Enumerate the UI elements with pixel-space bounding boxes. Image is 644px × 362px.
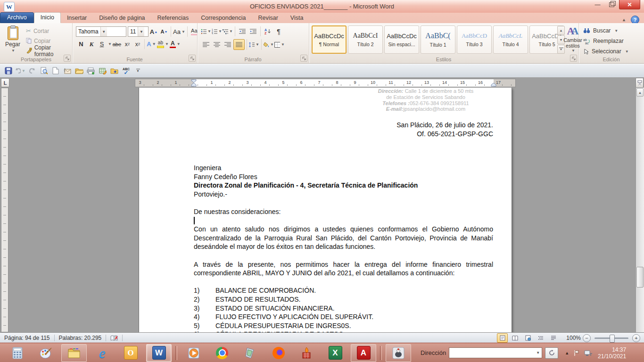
qat-more-icon[interactable]: ▼	[132, 66, 143, 76]
tab-revisar[interactable]: Revisar	[252, 13, 284, 23]
font-size-combo[interactable]: 11 ▼	[128, 26, 149, 37]
horizontal-ruler[interactable]: 3211234567891011121314151617	[135, 79, 516, 87]
taskbar-internet-explorer-icon[interactable]: e	[90, 344, 115, 362]
italic-button[interactable]: K	[86, 39, 97, 49]
left-indent-marker[interactable]	[191, 83, 197, 87]
numbering-button[interactable]: 123▼	[212, 26, 222, 36]
vertical-ruler[interactable]	[1, 88, 8, 332]
address-dropdown-icon[interactable]: ▼	[534, 348, 542, 358]
fuente-dialog-launcher[interactable]	[189, 55, 196, 62]
zoom-in-button[interactable]: +	[632, 334, 640, 342]
right-indent-marker[interactable]	[491, 83, 496, 87]
strikethrough-button[interactable]: abe	[112, 39, 122, 49]
taskbar-autocad-icon[interactable]: A	[351, 344, 376, 362]
parrafo-dialog-launcher[interactable]	[300, 55, 307, 62]
align-left-button[interactable]	[201, 40, 211, 49]
font-color-button[interactable]: A▼	[169, 39, 181, 49]
change-styles-button[interactable]: AA Cambiar estilos ▼	[567, 25, 578, 59]
estilos-dialog-launcher[interactable]	[570, 55, 577, 62]
find-button[interactable]: Buscar▼	[583, 26, 629, 35]
style-sin-espaciado[interactable]: AaBbCcDc Sin espaci...	[384, 25, 419, 54]
increase-indent-button[interactable]	[248, 26, 258, 36]
style-titulo-2[interactable]: AaBbCcI Título 2	[348, 25, 383, 54]
select-button[interactable]: Seleccionar▼	[583, 47, 629, 56]
bold-button[interactable]: N	[76, 39, 86, 49]
text-effects-button[interactable]: A▼	[146, 39, 157, 49]
attachment-mail-icon[interactable]	[62, 66, 73, 76]
undo-icon[interactable]: ▼	[15, 66, 25, 76]
tab-diseno-de-pagina[interactable]: Diseño de página	[93, 13, 151, 23]
paste-button[interactable]: Pegar ▼	[3, 25, 22, 58]
network-icon[interactable]	[584, 350, 592, 356]
vertical-scrollbar[interactable]: ▲	[636, 88, 644, 332]
letter-body[interactable]: Ingeniera Fanny Cedeño Flores Directora …	[194, 164, 493, 332]
print-icon[interactable]	[85, 66, 96, 76]
highlight-button[interactable]: ab▼	[157, 39, 169, 49]
taskbar-clock[interactable]: 14:37 21/10/2021	[598, 346, 629, 360]
new-document-icon[interactable]	[50, 66, 61, 76]
underline-button[interactable]: S	[97, 39, 107, 49]
portapapeles-dialog-launcher[interactable]	[64, 55, 71, 62]
cut-button[interactable]: ✂ Cortar	[25, 26, 72, 35]
collapse-ribbon-icon[interactable]: ▲	[622, 17, 626, 22]
change-case-button[interactable]: Aa▼	[173, 27, 186, 37]
taskbar-calculator-icon[interactable]	[5, 344, 30, 362]
scroll-up-button[interactable]: ▲	[636, 88, 644, 97]
decrease-indent-button[interactable]	[237, 26, 248, 36]
multilevel-list-button[interactable]: ▼	[223, 26, 233, 36]
close-button[interactable]: ✕	[619, 0, 640, 9]
shrink-font-button[interactable]: A▼	[159, 27, 169, 37]
tab-archivo[interactable]: Archivo	[0, 12, 34, 23]
grow-font-button[interactable]: A▲	[149, 27, 159, 37]
view-ruler-toggle-button[interactable]	[636, 78, 644, 88]
taskbar-java-icon[interactable]	[386, 344, 411, 362]
tab-insertar[interactable]: Insertar	[61, 13, 93, 23]
folder-star-icon[interactable]: ★	[109, 66, 120, 76]
tab-stop-selector[interactable]: L	[1, 78, 9, 87]
taskbar-paint-icon[interactable]	[33, 344, 58, 362]
scrollbar-thumb[interactable]	[636, 267, 644, 288]
outline-view-button[interactable]	[535, 333, 546, 343]
address-input[interactable]: ▼	[449, 347, 542, 358]
taskbar-nero-icon[interactable]	[294, 344, 320, 362]
align-right-button[interactable]	[223, 40, 233, 49]
taskbar-word-icon[interactable]: W	[146, 344, 172, 362]
style-titulo-4[interactable]: AaBbCcL Título 4	[493, 25, 528, 54]
tab-vista[interactable]: Vista	[284, 13, 310, 23]
shading-button[interactable]: ▼	[264, 40, 274, 49]
underline-dropdown-icon[interactable]: ▼	[108, 42, 112, 46]
replace-button[interactable]: abac Reemplazar	[583, 36, 629, 46]
tab-correspondencia[interactable]: Correspondencia	[195, 13, 252, 23]
tab-inicio[interactable]: Inicio	[34, 12, 61, 23]
subscript-button[interactable]: x2	[122, 39, 132, 49]
minimize-button[interactable]: —	[591, 0, 604, 9]
redo-icon[interactable]	[26, 66, 37, 76]
show-paragraph-marks-button[interactable]: ¶	[273, 26, 284, 36]
format-painter-button[interactable]: Copiar formato	[25, 46, 72, 55]
first-line-indent-marker[interactable]	[191, 79, 197, 83]
address-go-refresh-button[interactable]	[545, 347, 558, 359]
taskbar-file-explorer-icon[interactable]	[61, 344, 87, 362]
print-layout-view-button[interactable]	[497, 333, 508, 343]
zoom-out-button[interactable]: −	[583, 334, 591, 342]
taskbar-scanner-icon[interactable]	[238, 344, 263, 362]
page-indicator[interactable]: Página: 94 de 115	[0, 333, 54, 343]
sort-button[interactable]: AZ	[263, 26, 273, 36]
zoom-level[interactable]: 100%	[566, 335, 581, 341]
styles-scroll-up-button[interactable]: ▲	[557, 26, 565, 35]
fullscreen-reading-view-button[interactable]	[510, 333, 520, 343]
font-family-combo[interactable]: Tahoma ▼	[76, 26, 126, 37]
style-titulo-1[interactable]: AaBbC( Título 1	[421, 25, 455, 54]
line-spacing-button[interactable]: ▼	[249, 40, 259, 49]
document-page[interactable]: Dirección: Calle 1 de diciembre a 50 mts…	[139, 88, 512, 332]
zoom-slider[interactable]	[594, 337, 628, 339]
superscript-button[interactable]: x2	[132, 39, 143, 49]
taskbar-firefox-icon[interactable]	[266, 344, 291, 362]
address-input-field[interactable]	[452, 348, 534, 358]
taskbar-media-player-icon[interactable]	[181, 344, 206, 362]
zoom-slider-thumb[interactable]	[610, 335, 615, 343]
proofing-status-icon[interactable]: ✗	[106, 333, 122, 343]
style-titulo-3[interactable]: AaBbCcD Título 3	[457, 25, 492, 54]
print-preview-icon[interactable]	[38, 66, 49, 76]
taskbar-excel-icon[interactable]: X	[322, 344, 348, 362]
